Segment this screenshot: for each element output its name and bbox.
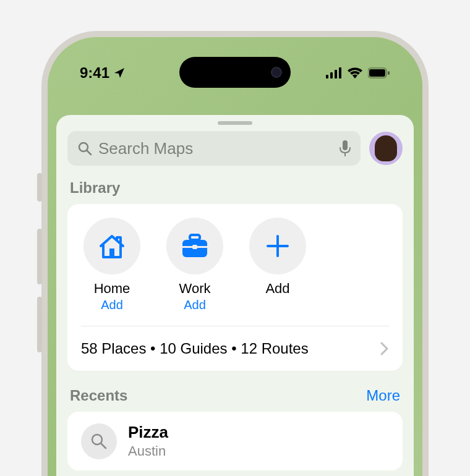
svg-line-8 [87, 150, 91, 155]
house-icon [83, 218, 140, 274]
sheet-grabber[interactable] [218, 121, 252, 125]
recent-subtitle: Austin [128, 443, 168, 459]
recents-card: Pizza Austin [67, 412, 403, 470]
svg-rect-0 [326, 75, 328, 79]
side-button-silence [37, 173, 42, 202]
favorite-home-label: Home [94, 281, 130, 297]
microphone-icon[interactable] [340, 140, 351, 156]
recents-more-button[interactable]: More [366, 387, 400, 404]
svg-rect-6 [388, 71, 390, 75]
wifi-icon [347, 67, 363, 79]
svg-rect-1 [330, 72, 333, 79]
favorite-work-label: Work [179, 281, 211, 297]
svg-rect-9 [343, 140, 348, 150]
side-button-vol-down [37, 297, 42, 352]
svg-rect-12 [190, 235, 200, 240]
screen: 9:41 [48, 37, 422, 476]
library-summary-row[interactable]: 58 Places • 10 Guides • 12 Routes [81, 326, 389, 371]
briefcase-icon [166, 218, 223, 274]
search-input[interactable]: Search Maps [67, 131, 361, 166]
library-card: Home Add Work Add Add [67, 204, 403, 371]
recent-title: Pizza [128, 423, 168, 442]
chevron-right-icon [380, 342, 389, 355]
svg-rect-2 [335, 70, 337, 79]
plus-icon [249, 218, 306, 274]
svg-line-19 [101, 443, 106, 448]
cellular-icon [326, 67, 342, 79]
status-time: 9:41 [80, 64, 109, 82]
svg-rect-11 [109, 249, 114, 257]
avatar-memoji [375, 135, 397, 161]
profile-avatar[interactable] [369, 132, 403, 165]
battery-icon [368, 67, 390, 79]
search-sheet: Search Maps Library [56, 115, 414, 476]
search-icon [77, 141, 92, 156]
svg-rect-15 [192, 245, 197, 249]
favorite-add[interactable]: Add [247, 218, 309, 312]
favorite-work[interactable]: Work Add [164, 218, 226, 312]
search-result-icon [81, 423, 117, 459]
favorite-home-add[interactable]: Add [101, 298, 123, 312]
library-heading: Library [70, 179, 120, 197]
favorite-add-label: Add [265, 281, 289, 297]
favorite-home[interactable]: Home Add [81, 218, 143, 312]
recent-item[interactable]: Pizza Austin [81, 423, 389, 459]
side-button-vol-up [37, 229, 42, 284]
recents-heading: Recents [70, 387, 127, 404]
favorite-work-add[interactable]: Add [184, 298, 206, 312]
library-summary: 58 Places • 10 Guides • 12 Routes [81, 340, 309, 357]
location-arrow-icon [113, 67, 126, 79]
svg-rect-5 [369, 69, 385, 77]
phone-frame: 9:41 [41, 31, 429, 476]
status-bar: 9:41 [48, 59, 422, 87]
search-placeholder: Search Maps [98, 139, 193, 158]
svg-rect-3 [339, 67, 341, 79]
